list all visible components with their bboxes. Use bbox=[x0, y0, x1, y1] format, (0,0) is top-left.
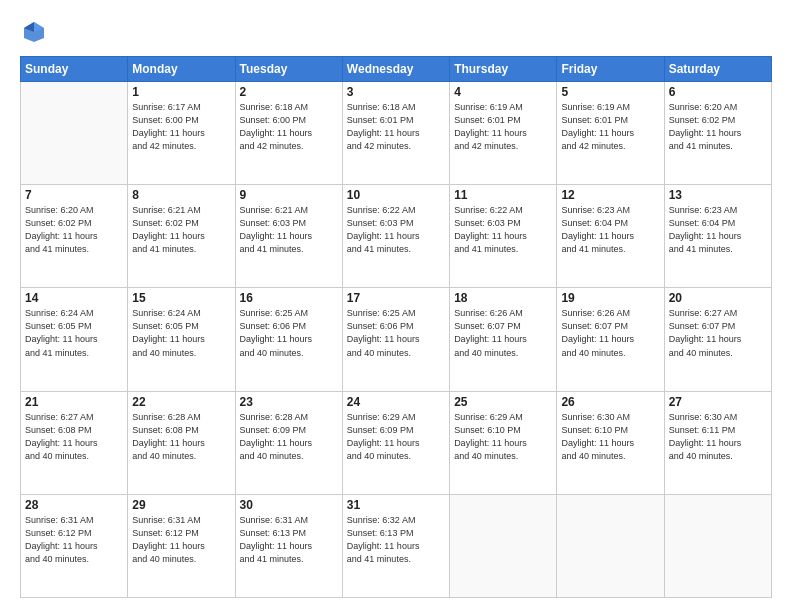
day-number: 17 bbox=[347, 291, 445, 305]
day-info: Sunrise: 6:32 AM Sunset: 6:13 PM Dayligh… bbox=[347, 514, 445, 566]
day-number: 31 bbox=[347, 498, 445, 512]
calendar-cell: 7Sunrise: 6:20 AM Sunset: 6:02 PM Daylig… bbox=[21, 185, 128, 288]
calendar-cell: 11Sunrise: 6:22 AM Sunset: 6:03 PM Dayli… bbox=[450, 185, 557, 288]
day-number: 30 bbox=[240, 498, 338, 512]
calendar-cell: 24Sunrise: 6:29 AM Sunset: 6:09 PM Dayli… bbox=[342, 391, 449, 494]
calendar-header-row: SundayMondayTuesdayWednesdayThursdayFrid… bbox=[21, 57, 772, 82]
day-info: Sunrise: 6:20 AM Sunset: 6:02 PM Dayligh… bbox=[25, 204, 123, 256]
day-number: 19 bbox=[561, 291, 659, 305]
calendar-cell: 12Sunrise: 6:23 AM Sunset: 6:04 PM Dayli… bbox=[557, 185, 664, 288]
calendar-table: SundayMondayTuesdayWednesdayThursdayFrid… bbox=[20, 56, 772, 598]
calendar-cell: 22Sunrise: 6:28 AM Sunset: 6:08 PM Dayli… bbox=[128, 391, 235, 494]
calendar-header-tuesday: Tuesday bbox=[235, 57, 342, 82]
calendar-cell: 13Sunrise: 6:23 AM Sunset: 6:04 PM Dayli… bbox=[664, 185, 771, 288]
day-info: Sunrise: 6:30 AM Sunset: 6:10 PM Dayligh… bbox=[561, 411, 659, 463]
day-info: Sunrise: 6:17 AM Sunset: 6:00 PM Dayligh… bbox=[132, 101, 230, 153]
day-number: 20 bbox=[669, 291, 767, 305]
day-number: 29 bbox=[132, 498, 230, 512]
day-info: Sunrise: 6:18 AM Sunset: 6:01 PM Dayligh… bbox=[347, 101, 445, 153]
calendar-cell: 28Sunrise: 6:31 AM Sunset: 6:12 PM Dayli… bbox=[21, 494, 128, 597]
calendar-cell: 26Sunrise: 6:30 AM Sunset: 6:10 PM Dayli… bbox=[557, 391, 664, 494]
calendar-week-row: 21Sunrise: 6:27 AM Sunset: 6:08 PM Dayli… bbox=[21, 391, 772, 494]
day-number: 7 bbox=[25, 188, 123, 202]
page: SundayMondayTuesdayWednesdayThursdayFrid… bbox=[0, 0, 792, 612]
day-info: Sunrise: 6:30 AM Sunset: 6:11 PM Dayligh… bbox=[669, 411, 767, 463]
header bbox=[20, 18, 772, 46]
calendar-cell: 9Sunrise: 6:21 AM Sunset: 6:03 PM Daylig… bbox=[235, 185, 342, 288]
day-number: 22 bbox=[132, 395, 230, 409]
day-number: 23 bbox=[240, 395, 338, 409]
day-number: 3 bbox=[347, 85, 445, 99]
calendar-cell bbox=[450, 494, 557, 597]
day-info: Sunrise: 6:25 AM Sunset: 6:06 PM Dayligh… bbox=[240, 307, 338, 359]
calendar-cell: 27Sunrise: 6:30 AM Sunset: 6:11 PM Dayli… bbox=[664, 391, 771, 494]
day-info: Sunrise: 6:31 AM Sunset: 6:12 PM Dayligh… bbox=[25, 514, 123, 566]
day-number: 28 bbox=[25, 498, 123, 512]
calendar-cell: 21Sunrise: 6:27 AM Sunset: 6:08 PM Dayli… bbox=[21, 391, 128, 494]
day-info: Sunrise: 6:22 AM Sunset: 6:03 PM Dayligh… bbox=[347, 204, 445, 256]
logo-icon bbox=[20, 18, 48, 46]
day-number: 12 bbox=[561, 188, 659, 202]
calendar-cell: 4Sunrise: 6:19 AM Sunset: 6:01 PM Daylig… bbox=[450, 82, 557, 185]
day-number: 1 bbox=[132, 85, 230, 99]
calendar-cell: 6Sunrise: 6:20 AM Sunset: 6:02 PM Daylig… bbox=[664, 82, 771, 185]
day-info: Sunrise: 6:23 AM Sunset: 6:04 PM Dayligh… bbox=[561, 204, 659, 256]
calendar-cell: 20Sunrise: 6:27 AM Sunset: 6:07 PM Dayli… bbox=[664, 288, 771, 391]
calendar-cell: 1Sunrise: 6:17 AM Sunset: 6:00 PM Daylig… bbox=[128, 82, 235, 185]
day-number: 14 bbox=[25, 291, 123, 305]
calendar-cell: 17Sunrise: 6:25 AM Sunset: 6:06 PM Dayli… bbox=[342, 288, 449, 391]
day-info: Sunrise: 6:29 AM Sunset: 6:10 PM Dayligh… bbox=[454, 411, 552, 463]
day-info: Sunrise: 6:27 AM Sunset: 6:08 PM Dayligh… bbox=[25, 411, 123, 463]
calendar-header-wednesday: Wednesday bbox=[342, 57, 449, 82]
day-number: 4 bbox=[454, 85, 552, 99]
day-number: 5 bbox=[561, 85, 659, 99]
calendar-cell bbox=[557, 494, 664, 597]
calendar-header-saturday: Saturday bbox=[664, 57, 771, 82]
logo bbox=[20, 18, 52, 46]
day-info: Sunrise: 6:31 AM Sunset: 6:13 PM Dayligh… bbox=[240, 514, 338, 566]
day-number: 26 bbox=[561, 395, 659, 409]
day-number: 18 bbox=[454, 291, 552, 305]
day-info: Sunrise: 6:26 AM Sunset: 6:07 PM Dayligh… bbox=[561, 307, 659, 359]
day-info: Sunrise: 6:28 AM Sunset: 6:09 PM Dayligh… bbox=[240, 411, 338, 463]
day-info: Sunrise: 6:26 AM Sunset: 6:07 PM Dayligh… bbox=[454, 307, 552, 359]
day-info: Sunrise: 6:19 AM Sunset: 6:01 PM Dayligh… bbox=[561, 101, 659, 153]
day-number: 21 bbox=[25, 395, 123, 409]
day-info: Sunrise: 6:25 AM Sunset: 6:06 PM Dayligh… bbox=[347, 307, 445, 359]
day-number: 16 bbox=[240, 291, 338, 305]
calendar-cell: 16Sunrise: 6:25 AM Sunset: 6:06 PM Dayli… bbox=[235, 288, 342, 391]
day-info: Sunrise: 6:31 AM Sunset: 6:12 PM Dayligh… bbox=[132, 514, 230, 566]
calendar-cell: 5Sunrise: 6:19 AM Sunset: 6:01 PM Daylig… bbox=[557, 82, 664, 185]
day-info: Sunrise: 6:23 AM Sunset: 6:04 PM Dayligh… bbox=[669, 204, 767, 256]
day-info: Sunrise: 6:18 AM Sunset: 6:00 PM Dayligh… bbox=[240, 101, 338, 153]
day-info: Sunrise: 6:20 AM Sunset: 6:02 PM Dayligh… bbox=[669, 101, 767, 153]
day-info: Sunrise: 6:29 AM Sunset: 6:09 PM Dayligh… bbox=[347, 411, 445, 463]
calendar-cell: 14Sunrise: 6:24 AM Sunset: 6:05 PM Dayli… bbox=[21, 288, 128, 391]
calendar-cell bbox=[21, 82, 128, 185]
day-number: 13 bbox=[669, 188, 767, 202]
calendar-header-monday: Monday bbox=[128, 57, 235, 82]
day-number: 8 bbox=[132, 188, 230, 202]
calendar-cell: 3Sunrise: 6:18 AM Sunset: 6:01 PM Daylig… bbox=[342, 82, 449, 185]
calendar-cell: 8Sunrise: 6:21 AM Sunset: 6:02 PM Daylig… bbox=[128, 185, 235, 288]
calendar-cell: 18Sunrise: 6:26 AM Sunset: 6:07 PM Dayli… bbox=[450, 288, 557, 391]
day-number: 10 bbox=[347, 188, 445, 202]
day-info: Sunrise: 6:22 AM Sunset: 6:03 PM Dayligh… bbox=[454, 204, 552, 256]
day-number: 15 bbox=[132, 291, 230, 305]
day-info: Sunrise: 6:21 AM Sunset: 6:03 PM Dayligh… bbox=[240, 204, 338, 256]
day-number: 11 bbox=[454, 188, 552, 202]
calendar-cell: 30Sunrise: 6:31 AM Sunset: 6:13 PM Dayli… bbox=[235, 494, 342, 597]
day-number: 25 bbox=[454, 395, 552, 409]
day-number: 9 bbox=[240, 188, 338, 202]
calendar-week-row: 1Sunrise: 6:17 AM Sunset: 6:00 PM Daylig… bbox=[21, 82, 772, 185]
calendar-cell: 23Sunrise: 6:28 AM Sunset: 6:09 PM Dayli… bbox=[235, 391, 342, 494]
calendar-header-friday: Friday bbox=[557, 57, 664, 82]
calendar-week-row: 14Sunrise: 6:24 AM Sunset: 6:05 PM Dayli… bbox=[21, 288, 772, 391]
calendar-week-row: 28Sunrise: 6:31 AM Sunset: 6:12 PM Dayli… bbox=[21, 494, 772, 597]
day-info: Sunrise: 6:28 AM Sunset: 6:08 PM Dayligh… bbox=[132, 411, 230, 463]
day-info: Sunrise: 6:19 AM Sunset: 6:01 PM Dayligh… bbox=[454, 101, 552, 153]
calendar-cell bbox=[664, 494, 771, 597]
calendar-header-sunday: Sunday bbox=[21, 57, 128, 82]
day-info: Sunrise: 6:24 AM Sunset: 6:05 PM Dayligh… bbox=[25, 307, 123, 359]
day-number: 2 bbox=[240, 85, 338, 99]
